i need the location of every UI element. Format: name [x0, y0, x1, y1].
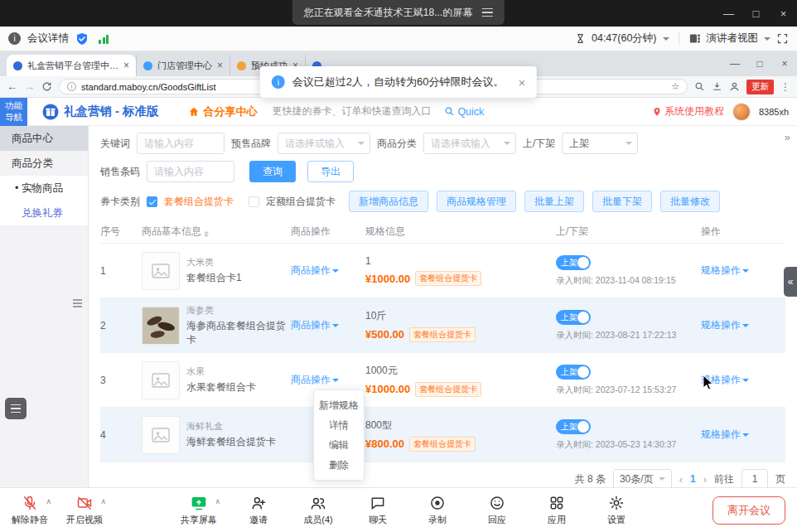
reaction-button[interactable]: 回应	[479, 495, 515, 526]
share-screen-label: 共享屏幕	[181, 514, 217, 526]
apps-button[interactable]: 应用	[539, 495, 575, 526]
brand-select[interactable]: 请选择或输入	[278, 133, 370, 154]
shelf-status-select[interactable]: 上架	[562, 133, 638, 154]
meeting-details-button[interactable]: 会议详情	[27, 31, 69, 46]
batch-edit-button[interactable]: 批量修改	[660, 191, 720, 212]
sort-icon[interactable]	[204, 231, 209, 237]
view-mode-button[interactable]: 演讲者视图	[707, 31, 759, 46]
start-video-button[interactable]: 开启视频 ∧	[66, 495, 103, 526]
tutorial-link[interactable]: 系统使用教程	[652, 104, 724, 118]
combo-card-label[interactable]: 套餐组合提货卡	[164, 195, 234, 209]
video-options-expand-icon[interactable]: ∧	[100, 497, 106, 505]
close-button[interactable]: ×	[770, 0, 797, 27]
col-product-info[interactable]: 商品基本信息	[142, 225, 291, 239]
chevron-down-icon	[504, 142, 510, 148]
add-product-button[interactable]: 新增商品信息	[349, 191, 428, 212]
goto-page-input[interactable]	[741, 469, 768, 487]
tab-close-icon[interactable]: ×	[217, 60, 223, 71]
browser-minimize-button[interactable]: —	[722, 51, 747, 76]
sidebar-item-physical-goods[interactable]: • 实物商品	[0, 176, 88, 201]
app-title: 礼盒营销 - 标准版	[64, 104, 158, 119]
fixed-card-label[interactable]: 定额组合提货卡	[266, 195, 336, 209]
prev-page-button[interactable]: ‹	[679, 473, 683, 486]
toast-close-icon[interactable]: ×	[518, 75, 525, 89]
browser-menu-icon[interactable]: ⋮	[780, 81, 790, 93]
camera-off-icon	[76, 495, 93, 511]
menu-item-delete[interactable]: 删除	[314, 455, 364, 475]
banner-menu-icon[interactable]	[482, 8, 493, 17]
function-nav-tab[interactable]: 功能导航	[0, 98, 27, 126]
minimize-button[interactable]: —	[715, 0, 742, 27]
meeting-timer[interactable]: 04:47(60分钟)	[592, 31, 657, 46]
export-button[interactable]: 导出	[307, 161, 354, 182]
floating-task-list-button[interactable]	[5, 398, 27, 419]
barcode-input[interactable]	[147, 161, 234, 182]
timer-chevron-down-icon[interactable]	[663, 37, 669, 44]
product-action-link[interactable]: 商品操作	[291, 318, 339, 332]
menu-item-add-spec[interactable]: 新增规格	[314, 395, 364, 415]
unmute-button[interactable]: 解除静音 ∧	[12, 495, 48, 526]
share-options-expand-icon[interactable]: ∧	[215, 497, 220, 505]
settings-button[interactable]: 设置	[598, 495, 635, 526]
browser-maximize-button[interactable]: □	[747, 51, 772, 76]
username[interactable]: 8385xh	[759, 107, 789, 117]
search-icon[interactable]	[694, 81, 705, 92]
batch-on-shelf-button[interactable]: 批量上架	[524, 191, 584, 212]
maximize-button[interactable]: □	[742, 0, 770, 27]
page-size-select[interactable]: 30条/页	[613, 469, 672, 487]
panel-collapse-button[interactable]: »	[785, 131, 790, 143]
chat-button[interactable]: 聊天	[360, 495, 396, 526]
forward-button[interactable]: →	[24, 80, 35, 93]
share-screen-button[interactable]: 共享屏幕 ∧	[181, 495, 217, 526]
record-button[interactable]: 录制	[419, 495, 456, 526]
browser-close-button[interactable]: ×	[772, 51, 797, 76]
security-shield-icon[interactable]	[75, 32, 89, 46]
next-page-button[interactable]: ›	[703, 473, 707, 486]
spec-action-link[interactable]: 规格操作	[701, 318, 749, 332]
sidebar-collapse-icon[interactable]	[73, 299, 82, 307]
invite-button[interactable]: 邀请	[240, 495, 277, 526]
on-shelf-toggle[interactable]: 上架	[556, 419, 591, 434]
current-page[interactable]: 1	[690, 473, 696, 485]
fixed-card-checkbox[interactable]	[249, 196, 259, 207]
combo-card-checkbox-checked[interactable]	[147, 196, 157, 207]
search-button[interactable]: 查询	[249, 161, 296, 182]
tab-close-icon[interactable]: ×	[123, 60, 129, 71]
batch-off-shelf-button[interactable]: 批量下架	[592, 191, 652, 212]
view-chevron-down-icon[interactable]	[764, 37, 770, 44]
sidebar-item-goods-category[interactable]: 商品分类	[0, 151, 88, 176]
menu-item-detail[interactable]: 详情	[314, 415, 364, 435]
bookmark-star-icon[interactable]: ☆	[671, 81, 679, 92]
spec-action-link[interactable]: 规格操作	[701, 264, 749, 278]
menu-item-edit[interactable]: 编辑	[314, 435, 364, 455]
on-shelf-toggle[interactable]: 上架	[556, 365, 591, 380]
quick-search-link[interactable]: Quick	[444, 106, 484, 118]
product-action-link-open[interactable]: 商品操作	[291, 373, 339, 387]
product-action-link[interactable]: 商品操作	[291, 264, 339, 278]
leave-meeting-button[interactable]: 离开会议	[712, 496, 785, 525]
side-panel-collapse-handle[interactable]: «	[784, 267, 797, 297]
update-button[interactable]: 更新	[746, 80, 774, 94]
spec-action-link[interactable]: 规格操作	[701, 428, 749, 442]
share-center-link[interactable]: 合分享中心	[188, 104, 257, 119]
sidebar-item-gift-voucher-active[interactable]: 兑换礼券	[0, 201, 88, 225]
product-image-placeholder	[142, 252, 180, 290]
sidebar-section-goods-center[interactable]: 商品中心	[0, 126, 88, 151]
keyword-input[interactable]	[137, 133, 225, 154]
on-shelf-toggle[interactable]: 上架	[556, 310, 591, 325]
download-icon[interactable]	[712, 81, 722, 92]
fullscreen-icon[interactable]	[776, 32, 789, 45]
back-button[interactable]: ←	[7, 80, 17, 93]
user-avatar[interactable]	[732, 103, 751, 121]
browser-tab[interactable]: 门店管理中心 ×	[136, 55, 229, 76]
on-shelf-toggle[interactable]: 上架	[556, 255, 591, 270]
profile-icon[interactable]	[729, 81, 740, 92]
spec-manage-button[interactable]: 商品规格管理	[437, 191, 516, 212]
members-button[interactable]: 成员(4)	[300, 495, 336, 526]
browser-tab-active[interactable]: 礼盒营销平台管理中… ×	[7, 55, 136, 76]
layout-view-icon	[688, 32, 701, 45]
category-select[interactable]: 请选择或输入	[423, 133, 516, 154]
site-info-icon[interactable]: i	[67, 82, 76, 91]
mic-options-expand-icon[interactable]: ∧	[46, 497, 51, 505]
refresh-icon[interactable]	[41, 81, 52, 92]
